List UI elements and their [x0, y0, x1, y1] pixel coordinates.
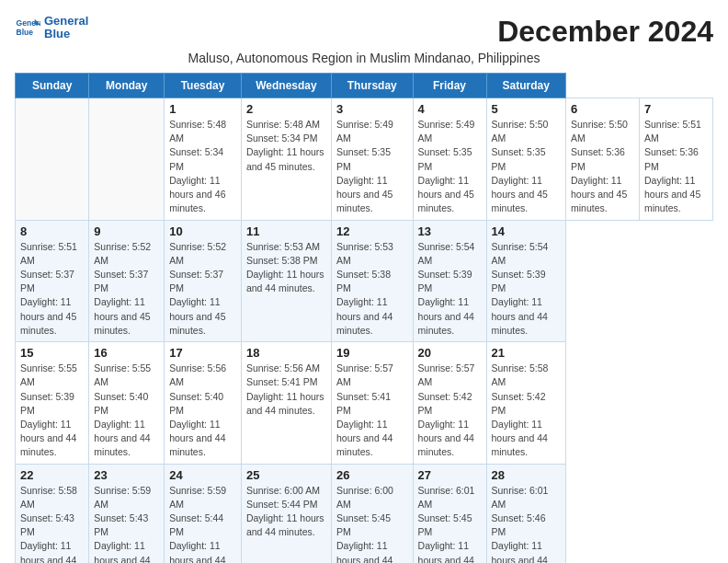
calendar-cell: 25Sunrise: 6:00 AMSunset: 5:44 PMDayligh…	[241, 464, 331, 563]
logo-icon: General Blue	[15, 15, 40, 40]
calendar-cell: 9Sunrise: 5:52 AMSunset: 5:37 PMDaylight…	[89, 220, 165, 342]
calendar-cell	[89, 98, 165, 221]
calendar-body: 1Sunrise: 5:48 AMSunset: 5:34 PMDaylight…	[16, 98, 713, 564]
calendar-cell: 19Sunrise: 5:57 AMSunset: 5:41 PMDayligh…	[332, 342, 414, 465]
calendar-cell: 26Sunrise: 6:00 AMSunset: 5:45 PMDayligh…	[332, 464, 414, 563]
calendar-cell: 4Sunrise: 5:49 AMSunset: 5:35 PMDaylight…	[413, 98, 486, 221]
calendar-cell: 13Sunrise: 5:54 AMSunset: 5:39 PMDayligh…	[413, 220, 486, 342]
day-number: 18	[246, 346, 326, 360]
day-detail: Sunrise: 6:01 AMSunset: 5:46 PMDaylight:…	[492, 485, 549, 563]
day-number: 26	[336, 468, 408, 482]
day-detail: Sunrise: 5:55 AMSunset: 5:40 PMDaylight:…	[94, 362, 151, 457]
day-number: 17	[169, 346, 236, 360]
day-number: 2	[246, 102, 326, 116]
header-cell-monday: Monday	[89, 74, 165, 98]
calendar-cell: 23Sunrise: 5:59 AMSunset: 5:43 PMDayligh…	[89, 464, 165, 563]
day-number: 7	[644, 102, 708, 116]
day-detail: Sunrise: 5:48 AMSunset: 5:34 PMDaylight:…	[246, 119, 324, 172]
calendar-cell: 1Sunrise: 5:48 AMSunset: 5:34 PMDaylight…	[165, 98, 242, 221]
calendar-table: SundayMondayTuesdayWednesdayThursdayFrid…	[15, 73, 713, 563]
logo-line1: General	[44, 15, 88, 28]
calendar-cell: 7Sunrise: 5:51 AMSunset: 5:36 PMDaylight…	[639, 98, 712, 221]
day-detail: Sunrise: 5:54 AMSunset: 5:39 PMDaylight:…	[418, 241, 475, 336]
calendar-cell	[16, 98, 89, 221]
day-number: 20	[418, 346, 482, 360]
calendar-cell: 24Sunrise: 5:59 AMSunset: 5:44 PMDayligh…	[165, 464, 242, 563]
day-detail: Sunrise: 5:50 AMSunset: 5:36 PMDaylight:…	[571, 119, 628, 213]
day-detail: Sunrise: 5:50 AMSunset: 5:35 PMDaylight:…	[492, 119, 549, 213]
calendar-cell: 3Sunrise: 5:49 AMSunset: 5:35 PMDaylight…	[332, 98, 414, 221]
header-cell-sunday: Sunday	[16, 74, 89, 98]
calendar-week-3: 22Sunrise: 5:58 AMSunset: 5:43 PMDayligh…	[16, 464, 713, 563]
day-detail: Sunrise: 6:01 AMSunset: 5:45 PMDaylight:…	[418, 485, 475, 563]
day-number: 22	[20, 468, 84, 482]
day-number: 24	[169, 468, 236, 482]
day-detail: Sunrise: 6:00 AMSunset: 5:45 PMDaylight:…	[336, 485, 393, 563]
day-detail: Sunrise: 5:56 AMSunset: 5:41 PMDaylight:…	[246, 362, 324, 416]
day-number: 10	[169, 224, 236, 238]
calendar-cell: 27Sunrise: 6:01 AMSunset: 5:45 PMDayligh…	[413, 464, 486, 563]
day-number: 3	[336, 102, 408, 116]
page-wrapper: General Blue General Blue December 2024 …	[15, 15, 713, 563]
calendar-week-0: 1Sunrise: 5:48 AMSunset: 5:34 PMDaylight…	[16, 98, 713, 221]
day-detail: Sunrise: 5:56 AMSunset: 5:40 PMDaylight:…	[169, 362, 226, 457]
calendar-cell: 5Sunrise: 5:50 AMSunset: 5:35 PMDaylight…	[486, 98, 565, 221]
day-detail: Sunrise: 5:59 AMSunset: 5:44 PMDaylight:…	[169, 485, 226, 563]
calendar-cell: 12Sunrise: 5:53 AMSunset: 5:38 PMDayligh…	[332, 220, 414, 342]
day-number: 19	[336, 346, 408, 360]
day-number: 25	[246, 468, 326, 482]
day-number: 27	[418, 468, 482, 482]
day-detail: Sunrise: 5:52 AMSunset: 5:37 PMDaylight:…	[94, 241, 151, 336]
calendar-week-2: 15Sunrise: 5:55 AMSunset: 5:39 PMDayligh…	[16, 342, 713, 465]
day-number: 16	[94, 346, 159, 360]
day-number: 21	[492, 346, 561, 360]
calendar-cell: 8Sunrise: 5:51 AMSunset: 5:37 PMDaylight…	[16, 220, 89, 342]
day-number: 12	[336, 224, 408, 238]
day-detail: Sunrise: 5:53 AMSunset: 5:38 PMDaylight:…	[336, 241, 393, 336]
day-detail: Sunrise: 5:58 AMSunset: 5:42 PMDaylight:…	[492, 362, 549, 457]
calendar-cell: 16Sunrise: 5:55 AMSunset: 5:40 PMDayligh…	[89, 342, 165, 465]
calendar-cell: 2Sunrise: 5:48 AMSunset: 5:34 PMDaylight…	[241, 98, 331, 221]
month-title: December 2024	[497, 15, 713, 49]
header-cell-friday: Friday	[413, 74, 486, 98]
calendar-cell: 22Sunrise: 5:58 AMSunset: 5:43 PMDayligh…	[16, 464, 89, 563]
day-number: 11	[246, 224, 326, 238]
day-detail: Sunrise: 5:48 AMSunset: 5:34 PMDaylight:…	[169, 119, 226, 213]
day-detail: Sunrise: 5:49 AMSunset: 5:35 PMDaylight:…	[336, 119, 393, 213]
calendar-cell: 14Sunrise: 5:54 AMSunset: 5:39 PMDayligh…	[486, 220, 565, 342]
calendar-cell: 18Sunrise: 5:56 AMSunset: 5:41 PMDayligh…	[241, 342, 331, 465]
day-detail: Sunrise: 6:00 AMSunset: 5:44 PMDaylight:…	[246, 485, 324, 538]
day-detail: Sunrise: 5:57 AMSunset: 5:41 PMDaylight:…	[336, 362, 393, 457]
calendar-week-1: 8Sunrise: 5:51 AMSunset: 5:37 PMDaylight…	[16, 220, 713, 342]
day-number: 6	[571, 102, 634, 116]
calendar-header: SundayMondayTuesdayWednesdayThursdayFrid…	[16, 74, 713, 98]
day-detail: Sunrise: 5:54 AMSunset: 5:39 PMDaylight:…	[492, 241, 549, 336]
calendar-cell: 20Sunrise: 5:57 AMSunset: 5:42 PMDayligh…	[413, 342, 486, 465]
day-detail: Sunrise: 5:57 AMSunset: 5:42 PMDaylight:…	[418, 362, 475, 457]
day-number: 14	[492, 224, 561, 238]
day-number: 28	[492, 468, 561, 482]
day-number: 23	[94, 468, 159, 482]
subtitle: Maluso, Autonomous Region in Muslim Mind…	[15, 51, 713, 65]
day-detail: Sunrise: 5:53 AMSunset: 5:38 PMDaylight:…	[246, 241, 324, 294]
day-detail: Sunrise: 5:55 AMSunset: 5:39 PMDaylight:…	[20, 362, 77, 457]
calendar-cell: 21Sunrise: 5:58 AMSunset: 5:42 PMDayligh…	[486, 342, 565, 465]
logo: General Blue General Blue	[15, 15, 88, 41]
calendar-cell: 11Sunrise: 5:53 AMSunset: 5:38 PMDayligh…	[241, 220, 331, 342]
calendar-cell: 17Sunrise: 5:56 AMSunset: 5:40 PMDayligh…	[165, 342, 242, 465]
day-number: 13	[418, 224, 482, 238]
day-detail: Sunrise: 5:51 AMSunset: 5:36 PMDaylight:…	[644, 119, 701, 213]
calendar-cell: 10Sunrise: 5:52 AMSunset: 5:37 PMDayligh…	[165, 220, 242, 342]
day-detail: Sunrise: 5:58 AMSunset: 5:43 PMDaylight:…	[20, 485, 77, 563]
header-cell-saturday: Saturday	[486, 74, 565, 98]
calendar-cell: 6Sunrise: 5:50 AMSunset: 5:36 PMDaylight…	[566, 98, 640, 221]
header-cell-wednesday: Wednesday	[241, 74, 331, 98]
day-number: 8	[20, 224, 84, 238]
day-number: 9	[94, 224, 159, 238]
header-cell-tuesday: Tuesday	[165, 74, 242, 98]
logo-line2: Blue	[44, 28, 88, 40]
day-detail: Sunrise: 5:59 AMSunset: 5:43 PMDaylight:…	[94, 485, 151, 563]
calendar-cell: 15Sunrise: 5:55 AMSunset: 5:39 PMDayligh…	[16, 342, 89, 465]
day-detail: Sunrise: 5:52 AMSunset: 5:37 PMDaylight:…	[169, 241, 226, 336]
day-number: 1	[169, 102, 236, 116]
